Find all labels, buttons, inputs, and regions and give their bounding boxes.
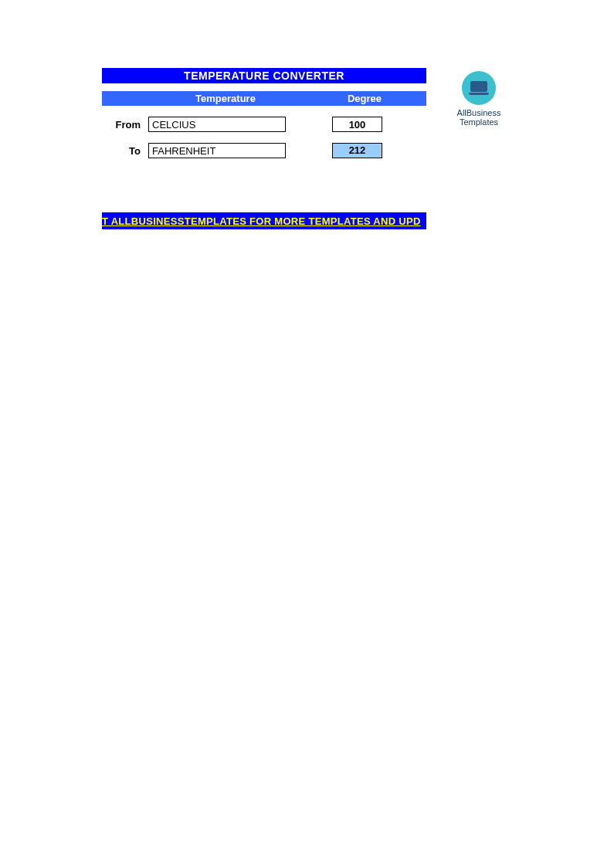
converter-panel: TEMPERATURE CONVERTER Temperature Degree… bbox=[102, 68, 426, 158]
title-bar: TEMPERATURE CONVERTER bbox=[102, 68, 426, 83]
to-unit-input[interactable] bbox=[148, 143, 286, 158]
footer-link-bar: T ALLBUSINESSTEMPLATES FOR MORE TEMPLATE… bbox=[102, 212, 426, 229]
to-row: To 212 bbox=[102, 143, 426, 158]
from-degree-input[interactable] bbox=[332, 117, 382, 132]
from-label: From bbox=[102, 119, 148, 131]
to-degree-output: 212 bbox=[332, 143, 382, 158]
brand-logo[interactable]: AllBusiness Templates bbox=[448, 71, 510, 127]
logo-line1: AllBusiness bbox=[448, 108, 510, 117]
from-unit-input[interactable] bbox=[148, 117, 286, 132]
subheader-row: Temperature Degree bbox=[102, 91, 426, 106]
from-row: From bbox=[102, 117, 426, 132]
laptop-icon bbox=[462, 71, 496, 105]
to-label: To bbox=[102, 145, 148, 157]
subheader-degree: Degree bbox=[303, 93, 426, 104]
subheader-temperature: Temperature bbox=[148, 93, 303, 104]
logo-line2: Templates bbox=[448, 117, 510, 127]
footer-link[interactable]: T ALLBUSINESSTEMPLATES FOR MORE TEMPLATE… bbox=[102, 215, 421, 227]
